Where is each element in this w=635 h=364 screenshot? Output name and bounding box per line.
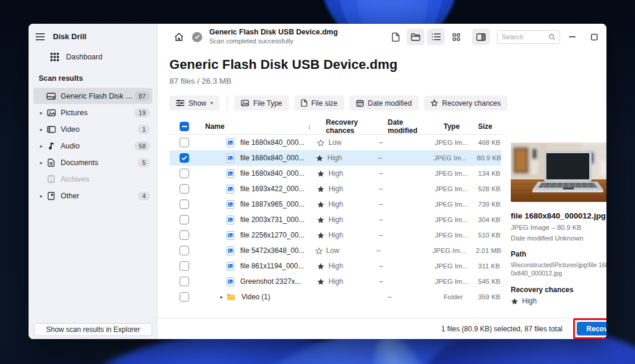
file-name: file 5472x3648_00... [240, 246, 304, 255]
maximize-button[interactable] [584, 28, 604, 46]
table-row[interactable]: file 861x1194_000...High–JPEG Im...311 K… [169, 258, 501, 274]
sidebar-item-archives[interactable]: Archives [33, 171, 152, 187]
date-modified-value: – [378, 293, 433, 301]
jpeg-file-icon [227, 169, 234, 178]
preview-panel-toggle-icon[interactable] [472, 29, 490, 45]
file-name: Greenshot 2327x... [240, 277, 301, 286]
filter-row: Show ▾ File TypeFile sizeDate modifiedRe… [169, 96, 606, 110]
sidebar-item-dashboard[interactable]: Dashboard [29, 48, 157, 66]
toolbar-title: Generic Flash Disk USB Device.dmg [209, 28, 338, 37]
type-value: JPEG Im... [425, 278, 468, 285]
star-outline-icon [317, 139, 325, 147]
preview-file-name: file 1680x840_000012.jpg [511, 211, 606, 220]
row-checkbox[interactable] [180, 153, 189, 163]
star-icon [430, 99, 438, 107]
show-dropdown-button[interactable]: Show ▾ [169, 96, 219, 110]
sidebar-item-label: Pictures [61, 109, 134, 117]
row-checkbox[interactable] [180, 277, 189, 286]
search-input[interactable] [502, 33, 549, 40]
sidebar-item-other[interactable]: ▸Other4 [33, 188, 152, 204]
count-badge: 1 [138, 125, 150, 134]
type-value: JPEG Im... [423, 247, 466, 254]
row-checkbox[interactable] [180, 230, 189, 240]
chevron-right-icon[interactable]: ▸ [39, 160, 44, 166]
table-row[interactable]: ▸Video (1)–Folder359 KB [169, 289, 501, 305]
sidebar-item-label: Audio [61, 142, 134, 150]
home-icon[interactable] [174, 33, 184, 42]
row-checkbox[interactable] [180, 246, 189, 255]
column-recovery-chances[interactable]: Recovery chances [316, 118, 378, 135]
preview-panel: file 1680x840_000012.jpg JPEG Image – 80… [501, 119, 606, 308]
star-filled-icon [317, 278, 325, 286]
table-row[interactable]: Greenshot 2327x...High–JPEG Im...545 KB [169, 274, 501, 289]
disk-drill-window: Disk Drill Dashboard Scan results Generi… [29, 24, 606, 339]
column-size[interactable]: Size [468, 122, 501, 131]
sidebar-item-documents[interactable]: ▸Documents5 [33, 154, 152, 170]
table-header-row: Name ↓ Recovery chances Date modified Ty… [169, 119, 501, 135]
filter-button-date-modified[interactable]: Date modified [350, 96, 419, 110]
jpeg-file-icon [227, 200, 234, 209]
table-row[interactable]: file 1680x840_000...High–JPEG Im...134 K… [169, 166, 501, 181]
select-all-checkbox[interactable] [180, 122, 189, 131]
date-modified-value: – [369, 138, 425, 147]
sidebar-item-audio[interactable]: ▸Audio58 [33, 138, 152, 154]
row-checkbox[interactable] [180, 169, 189, 178]
filter-button-file-size[interactable]: File size [294, 96, 344, 110]
star-filled-icon [317, 170, 325, 178]
filter-button-file-type[interactable]: File Type [234, 96, 288, 110]
file-name: file 1887x965_000... [240, 200, 304, 208]
grid-view-icon[interactable] [447, 29, 465, 45]
chance-label: High [328, 185, 343, 193]
type-value: JPEG Im... [425, 262, 468, 270]
chevron-right-icon[interactable]: ▸ [39, 126, 44, 132]
row-checkbox[interactable] [180, 215, 189, 224]
column-type[interactable]: Type [433, 122, 468, 131]
row-checkbox[interactable] [180, 184, 189, 194]
open-folder-icon[interactable] [407, 29, 425, 45]
filter-divider [227, 96, 227, 110]
star-filled-icon [511, 297, 518, 305]
search-box[interactable] [497, 30, 560, 44]
size-value: 545 KB [468, 278, 501, 285]
column-name[interactable]: Name [196, 122, 225, 131]
star-filled-icon [317, 185, 325, 193]
table-row[interactable]: file 5472x3648_00...Low–JPEG Im...2.01 M… [169, 243, 501, 258]
sidebar-item-pictures[interactable]: ▸Pictures19 [33, 105, 152, 121]
recover-button[interactable]: Recover [577, 322, 606, 335]
column-date-modified[interactable]: Date modified [378, 118, 433, 135]
table-row[interactable]: file 1680x840_000...High–JPEG Im...80.9 … [169, 150, 501, 166]
filter-button-recovery-chances[interactable]: Recovery chances [424, 96, 508, 110]
chevron-right-icon[interactable]: ▸ [39, 193, 44, 199]
date-modified-value: – [367, 154, 423, 162]
image-icon [241, 100, 249, 106]
size-value: 311 KB [468, 262, 501, 270]
row-checkbox[interactable] [180, 292, 189, 302]
expand-chevron-icon[interactable]: ▸ [196, 294, 227, 300]
hamburger-menu-icon[interactable] [36, 33, 45, 40]
date-modified-value: – [369, 169, 425, 178]
chevron-right-icon[interactable]: ▸ [39, 143, 44, 149]
row-checkbox[interactable] [180, 261, 189, 271]
sidebar-item-generic-flash-disk-usb-d[interactable]: Generic Flash Disk USB D...87 [33, 88, 152, 104]
preview-file-info: JPEG Image – 80.9 KB [511, 224, 606, 231]
row-checkbox[interactable] [180, 138, 189, 147]
row-checkbox[interactable] [180, 200, 189, 209]
new-file-icon[interactable] [386, 29, 404, 45]
list-view-icon[interactable] [427, 29, 445, 45]
minimize-button[interactable] [562, 28, 582, 46]
sidebar-item-video[interactable]: ▸Video1 [33, 121, 152, 137]
table-row[interactable]: file 2003x731_000...High–JPEG Im...304 K… [169, 212, 501, 227]
count-badge: 4 [138, 191, 150, 201]
count-badge: 5 [138, 158, 150, 167]
table-row[interactable]: file 1693x422_000...High–JPEG Im...528 K… [169, 181, 501, 197]
show-in-explorer-button[interactable]: Show scan results in Explorer [34, 323, 152, 336]
table-row[interactable]: file 2256x1270_00...High–JPEG Im...510 K… [169, 227, 501, 243]
close-button[interactable] [606, 28, 606, 46]
toolbar: Generic Flash Disk USB Device.dmg Scan c… [158, 24, 606, 50]
table-row[interactable]: file 1680x840_000...Low–JPEG Im...468 KB [169, 135, 501, 150]
type-value: JPEG Im... [425, 185, 468, 192]
sort-descending-icon[interactable]: ↓ [307, 122, 311, 131]
chevron-right-icon[interactable]: ▸ [39, 110, 44, 116]
table-row[interactable]: file 1887x965_000...High–JPEG Im...739 K… [169, 197, 501, 212]
other-icon [46, 192, 56, 200]
